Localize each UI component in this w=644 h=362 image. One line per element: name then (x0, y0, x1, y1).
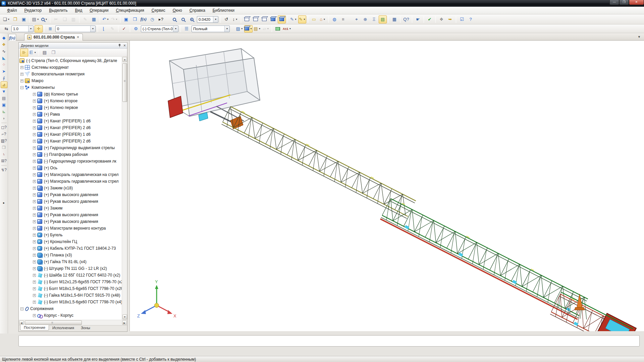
table-editor-button[interactable]: ▦ (390, 15, 398, 23)
expand-toggle[interactable]: + (20, 79, 23, 82)
tree-item[interactable]: +(+) Магисраль гидравлическая на стрел (19, 178, 122, 185)
tree-vertical-scrollbar[interactable]: ▲ ▼ (122, 57, 127, 320)
expand-toggle[interactable]: + (33, 267, 36, 270)
tree-item[interactable]: +(-) Болт М12x1,25-6gx55 ГОСТ 7796-70 (x… (19, 279, 122, 285)
expand-toggle[interactable]: + (33, 314, 36, 317)
send-model-button[interactable]: ☛ (414, 15, 422, 23)
tree-item[interactable]: +(+) Канат (PFEIFER) 2 d6 (19, 138, 122, 144)
menu-сервис[interactable]: Сервис (148, 7, 169, 14)
menu-библиотеки[interactable]: Библиотеки (209, 7, 238, 14)
tree-item[interactable]: +(-) Шайба 12 65Г 0112 ГОСТ 6402-70 (x2) (19, 272, 122, 279)
surfaces-button[interactable]: ◣ (1, 55, 7, 61)
zoom-in-button[interactable]: + (188, 15, 196, 23)
expand-toggle[interactable]: + (33, 200, 36, 203)
part-gray-button[interactable]: ❒ (1, 144, 7, 151)
symmetry-check-button[interactable]: ⊞? (1, 158, 7, 164)
hide-objects-button[interactable]: ✎▼ (289, 15, 298, 23)
orientation-front-button[interactable] (243, 15, 251, 23)
tree-item[interactable]: +(+) Рукав высокого давления (19, 191, 122, 198)
find-object-button[interactable]: Q? (402, 15, 410, 23)
hide-all-button[interactable]: ✎▼ (298, 15, 306, 23)
layers-button[interactable]: ≣ (46, 25, 54, 33)
tree-item[interactable]: +(+) Магисраль гидравлическая на стрел (19, 171, 122, 178)
expand-toggle[interactable]: + (33, 214, 36, 217)
check-plane-button[interactable]: ◻? (1, 124, 7, 131)
orbit-button[interactable]: ◍ (330, 15, 338, 23)
tree-item[interactable]: +(+) Колено второе (19, 98, 122, 104)
section-roll-button[interactable]: ▤▼ (253, 25, 261, 33)
copy-button[interactable]: ❑ (61, 15, 69, 23)
3d-viewport[interactable]: YXZ (129, 41, 644, 331)
expand-toggle[interactable]: + (33, 126, 36, 129)
expand-toggle[interactable]: + (33, 140, 36, 143)
menu-спецификация[interactable]: Спецификация (112, 7, 148, 14)
spatial-curves-button[interactable]: ∿ (1, 48, 7, 55)
detail-level-combo-dropdown-icon[interactable]: ▼ (224, 26, 229, 32)
step-combo-dropdown-icon[interactable]: ▼ (28, 26, 33, 32)
layer-combo-dropdown-icon[interactable]: ▼ (90, 26, 95, 32)
component-combo[interactable]: (-) Стрела (Тел-0, С▼ (141, 25, 178, 32)
hscroll-thumb[interactable] (25, 320, 82, 325)
tree-item[interactable]: +(+) Рама (19, 111, 122, 118)
time-marks-button[interactable]: ◷ (148, 15, 156, 23)
expand-toggle[interactable]: + (20, 73, 23, 76)
cut-button[interactable]: ✂ (52, 15, 60, 23)
expand-toggle[interactable]: + (33, 240, 36, 243)
pin-icon[interactable] (118, 44, 121, 47)
layer-combo[interactable]: 0▼ (55, 25, 96, 32)
menu-выделить[interactable]: Выделить (45, 7, 71, 14)
expand-toggle[interactable]: + (33, 227, 36, 230)
save-button[interactable]: ▣ (20, 15, 28, 23)
tree-item[interactable]: +(+) Рукав высокого давления (19, 212, 122, 218)
document-tab[interactable]: a 601.01.00.000 Стрела × (24, 34, 83, 41)
tree-item[interactable]: +(+) Колено первое (19, 104, 122, 111)
paste-button[interactable]: ▥ (69, 15, 77, 23)
component-combo-dropdown-icon[interactable]: ▼ (173, 26, 178, 32)
menu-операции[interactable]: Операции (86, 7, 112, 14)
perspective-grid-button[interactable]: ⌗ (339, 15, 347, 23)
rotate-view-button[interactable]: ↺ (222, 15, 230, 23)
tree-tab-зоны[interactable]: Зоны (77, 325, 94, 330)
menu-редактор[interactable]: Редактор (21, 7, 46, 14)
expand-toggle[interactable]: + (33, 220, 36, 223)
verify-document-button[interactable]: ✔ (426, 15, 434, 23)
tree-document-button[interactable]: ▤ (41, 49, 49, 57)
edit-assembly-button[interactable]: ❖ (1, 41, 7, 48)
tree-item[interactable]: +(+) Гайка TN 81-8L (x4) (19, 258, 122, 265)
expand-toggle[interactable]: + (33, 207, 36, 210)
expand-toggle[interactable]: + (33, 146, 36, 149)
edit-part-button[interactable]: ◆ (1, 35, 7, 41)
tree-item[interactable]: +(+) Гидроцилиндр выдвигания стрелы (19, 144, 122, 151)
tree-horizontal-scrollbar[interactable]: ◀ ▶ (19, 320, 127, 325)
pan-view-button[interactable]: ↕▼ (231, 15, 239, 23)
tree-item[interactable]: +Системы координат (19, 64, 122, 71)
tree-item[interactable]: −Сопряжения (19, 305, 122, 312)
structure-list-button[interactable]: ☰ (182, 25, 191, 33)
tab-close-icon[interactable]: × (77, 35, 79, 40)
expand-toggle[interactable]: + (33, 167, 36, 170)
current-scale-combo-dropdown-icon[interactable]: ▼ (213, 16, 218, 22)
expand-toggle[interactable]: + (33, 180, 36, 183)
check-position-button[interactable]: ✓ (120, 25, 128, 33)
tree-tab-исполнения[interactable]: Исполнения (49, 325, 77, 330)
print-preview-button[interactable]: ▼ (40, 15, 48, 23)
expand-toggle[interactable]: + (33, 260, 36, 263)
expand-toggle[interactable]: − (20, 86, 23, 89)
tree-tab-построение[interactable]: Построение (20, 325, 49, 330)
tree-item[interactable]: (-) Стрела (Тел-0, Сборочных единиц-38, … (19, 57, 122, 64)
component-settings-button[interactable]: ⚙ (132, 25, 140, 33)
home-orientation-button[interactable]: ⌂▼ (319, 15, 327, 23)
tree-item[interactable]: +(+) Магистрали верхнего контура (19, 225, 122, 232)
step-combo[interactable]: 1.0▼ (11, 25, 34, 32)
current-scale-combo[interactable]: 0.0420▼ (197, 16, 218, 23)
zoom-selection-button[interactable] (179, 15, 187, 23)
tree-relations-button[interactable]: ❐ (49, 49, 57, 57)
expand-toggle[interactable]: + (33, 106, 36, 109)
print-button[interactable]: ▤▼ (32, 15, 40, 23)
drawing-frame-button[interactable]: ▣ (1, 102, 7, 108)
panel-expand-icon[interactable]: ▸ (1, 199, 7, 206)
local-cs-button[interactable]: ⌊ (100, 25, 108, 33)
tree-structure-button[interactable]: ⊪ (20, 49, 28, 57)
tree-item[interactable]: +Корпус - Корпус (19, 312, 122, 319)
detail-level-combo[interactable]: Полный▼ (192, 25, 230, 32)
